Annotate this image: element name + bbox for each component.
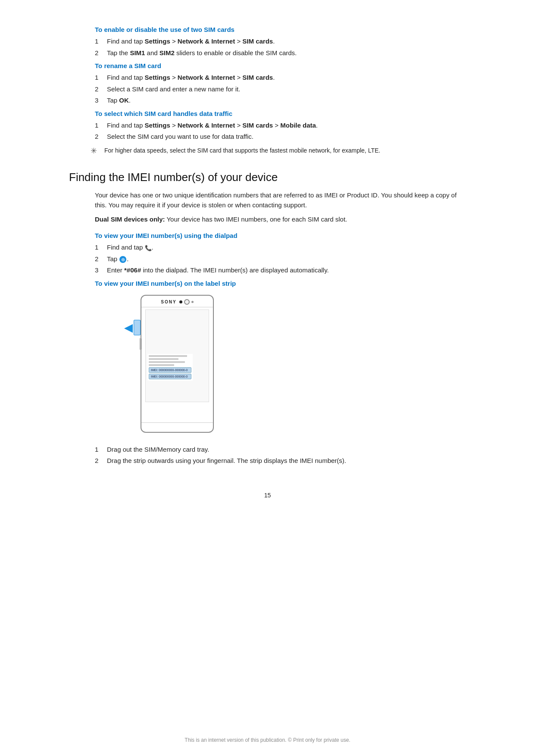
- step-content: Tap the SIM1 and SIM2 sliders to enable …: [107, 48, 466, 58]
- dialpad-icon: 📞: [145, 244, 152, 253]
- label-strip-list: 1 Drag out the SIM/Memory card tray. 2 D…: [95, 445, 466, 466]
- phone-body: SONY IMEI: 000000000-0000: [141, 295, 214, 433]
- imei-intro: Your device has one or two unique identi…: [95, 190, 466, 210]
- footer-text: This is an internet version of this publ…: [0, 737, 535, 743]
- page-number: 15: [69, 492, 466, 499]
- imei-line-1: IMEI: 000000000-000000-0: [151, 369, 188, 372]
- label-strip-step-2: 2 Drag the strip outwards using your fin…: [95, 456, 466, 466]
- imei-box-1: IMEI: 000000000-000000-0: [149, 367, 191, 373]
- step-number: 2: [95, 456, 107, 466]
- data-traffic-list: 1 Find and tap Settings > Network & Inte…: [95, 121, 466, 142]
- tip-row: ✳ For higher data speeds, select the SIM…: [91, 146, 466, 157]
- label-strip-section: To view your IMEI number(s) on the label…: [69, 280, 466, 466]
- step-number: 1: [95, 445, 107, 455]
- phone-top-bar: SONY: [141, 296, 213, 307]
- dialpad-list: 1 Find and tap 📞. 2 Tap ⊕. 3 Enter *#06#…: [95, 243, 466, 275]
- dialpad-step-2: 2 Tap ⊕.: [95, 254, 466, 264]
- enable-disable-section: To enable or disable the use of two SIM …: [69, 26, 466, 58]
- rename-sim-section: To rename a SIM card 1 Find and tap Sett…: [69, 62, 466, 106]
- dot-tiny: [191, 301, 194, 303]
- step-number: 3: [95, 96, 107, 106]
- dialpad-step-3: 3 Enter *#06# into the dialpad. The IMEI…: [95, 266, 466, 275]
- imei-main-heading: Finding the IMEI number(s) of your devic…: [69, 171, 466, 184]
- rename-step-2: 2 Select a SIM card and enter a new name…: [95, 84, 466, 94]
- step-content: Find and tap Settings > Network & Intern…: [107, 37, 466, 47]
- phone-side-button: [140, 338, 142, 350]
- label-strip-step-1: 1 Drag out the SIM/Memory card tray.: [95, 445, 466, 455]
- page: To enable or disable the use of two SIM …: [0, 0, 535, 756]
- imei-line-2: IMEI: 000000000-000000-0: [151, 375, 188, 378]
- step-number: 2: [95, 254, 107, 264]
- brand-label: SONY: [161, 300, 176, 304]
- phone-circle-icon: ⊕: [119, 256, 126, 263]
- label-line-1: [149, 355, 187, 357]
- step-content: Drag out the SIM/Memory card tray.: [107, 445, 466, 455]
- imei-divider: Finding the IMEI number(s) of your devic…: [69, 171, 466, 225]
- imei-box-2: IMEI: 000000000-000000-0: [149, 374, 191, 379]
- step-number: 2: [95, 48, 107, 58]
- step-content: Find and tap 📞.: [107, 243, 466, 253]
- step-content: Find and tap Settings > Network & Intern…: [107, 73, 466, 83]
- step-number: 1: [95, 73, 107, 83]
- step-content: Find and tap Settings > Network & Intern…: [107, 121, 466, 131]
- rename-sim-list: 1 Find and tap Settings > Network & Inte…: [95, 73, 466, 106]
- dual-sim-note-bold: Dual SIM devices only:: [95, 216, 165, 223]
- dot-small: [179, 300, 182, 303]
- label-strip-heading: To view your IMEI number(s) on the label…: [95, 280, 466, 287]
- phone-bottom-bar: [141, 422, 213, 432]
- step-content: Select the SIM card you want to use for …: [107, 132, 466, 142]
- step-content: Select a SIM card and enter a new name f…: [107, 84, 466, 94]
- step-number: 1: [95, 37, 107, 47]
- tip-icon: ✳: [91, 145, 104, 157]
- sim-tray: [134, 320, 141, 335]
- arrow-left-icon: [124, 324, 133, 333]
- label-lines: [149, 355, 191, 366]
- phone-diagram: SONY IMEI: 000000000-0000: [121, 295, 216, 437]
- data-traffic-section: To select which SIM card handles data tr…: [69, 110, 466, 157]
- label-line-3: [149, 361, 185, 363]
- sim-label-area: IMEI: 000000000-000000-0 IMEI: 000000000…: [147, 354, 193, 381]
- tray-arrow: [124, 324, 133, 333]
- step-content: Tap OK.: [107, 96, 466, 106]
- step-number: 2: [95, 132, 107, 142]
- rename-sim-heading: To rename a SIM card: [95, 62, 466, 69]
- dual-sim-note: Dual SIM devices only: Your device has t…: [95, 214, 466, 224]
- enable-disable-step-2: 2 Tap the SIM1 and SIM2 sliders to enabl…: [95, 48, 466, 58]
- enable-disable-list: 1 Find and tap Settings > Network & Inte…: [95, 37, 466, 58]
- rename-step-3: 3 Tap OK.: [95, 96, 466, 106]
- label-line-2: [149, 358, 178, 360]
- data-traffic-step-2: 2 Select the SIM card you want to use fo…: [95, 132, 466, 142]
- data-traffic-step-1: 1 Find and tap Settings > Network & Inte…: [95, 121, 466, 131]
- step-number: 1: [95, 121, 107, 131]
- step-content: Enter *#06# into the dialpad. The IMEI n…: [107, 266, 466, 275]
- dialpad-step-1: 1 Find and tap 📞.: [95, 243, 466, 253]
- step-number: 2: [95, 84, 107, 94]
- data-traffic-heading: To select which SIM card handles data tr…: [95, 110, 466, 117]
- dot-circle: [184, 299, 190, 305]
- dialpad-heading: To view your IMEI number(s) using the di…: [95, 232, 466, 239]
- dialpad-section: To view your IMEI number(s) using the di…: [69, 232, 466, 275]
- tip-content: For higher data speeds, select the SIM c…: [104, 146, 466, 157]
- dual-sim-note-rest: Your device has two IMEI numbers, one fo…: [165, 216, 347, 223]
- step-number: 1: [95, 243, 107, 253]
- enable-disable-step-1: 1 Find and tap Settings > Network & Inte…: [95, 37, 466, 47]
- enable-disable-heading: To enable or disable the use of two SIM …: [95, 26, 466, 33]
- rename-step-1: 1 Find and tap Settings > Network & Inte…: [95, 73, 466, 83]
- step-content: Drag the strip outwards using your finge…: [107, 456, 466, 466]
- step-content: Tap ⊕.: [107, 254, 466, 264]
- label-line-4: [149, 364, 174, 366]
- step-number: 3: [95, 266, 107, 275]
